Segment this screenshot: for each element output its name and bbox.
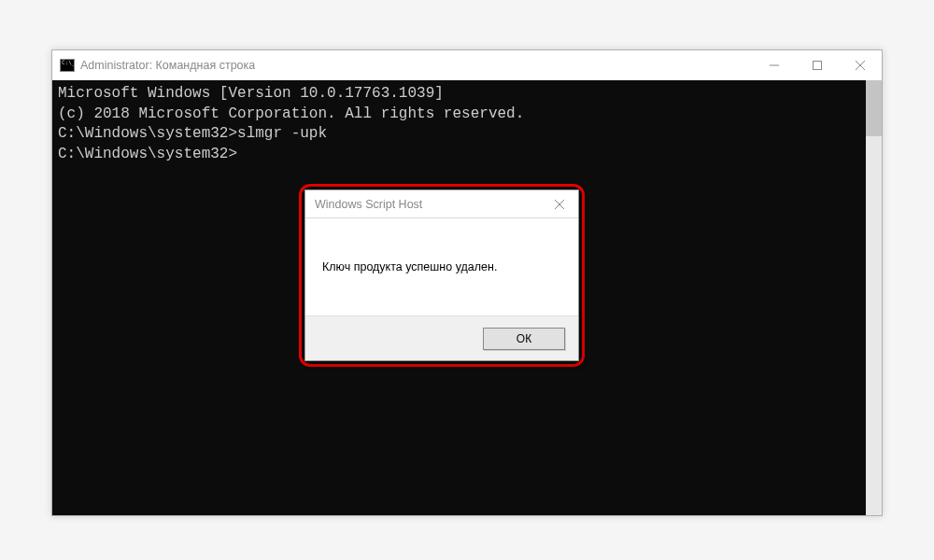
- window-controls: [753, 50, 882, 80]
- maximize-button[interactable]: [796, 50, 839, 80]
- titlebar[interactable]: Administrator: Командная строка: [52, 50, 882, 80]
- command: slmgr -upk: [237, 125, 327, 142]
- dialog-title: Windows Script Host: [315, 198, 541, 211]
- dialog-close-button[interactable]: [541, 190, 578, 217]
- scrollbar-thumb[interactable]: [866, 80, 882, 136]
- dialog-body: Ключ продукта успешно удален.: [305, 218, 578, 315]
- terminal-line: (c) 2018 Microsoft Corporation. All righ…: [58, 105, 860, 125]
- close-button[interactable]: [839, 50, 882, 80]
- dialog-titlebar[interactable]: Windows Script Host: [305, 190, 578, 218]
- prompt: C:\Windows\system32>: [58, 125, 237, 142]
- dialog-message: Ключ продукта успешно удален.: [322, 260, 497, 273]
- terminal-line: Microsoft Windows [Version 10.0.17763.10…: [58, 84, 860, 105]
- ok-button[interactable]: ОК: [483, 328, 565, 350]
- terminal-prompt-line: C:\Windows\system32>: [58, 145, 860, 165]
- cmd-icon: [60, 59, 75, 72]
- dialog-footer: ОК: [305, 315, 578, 360]
- window-title: Administrator: Командная строка: [80, 59, 753, 72]
- svg-rect-1: [814, 62, 822, 70]
- minimize-button[interactable]: [753, 50, 796, 80]
- script-host-dialog: Windows Script Host Ключ продукта успешн…: [304, 189, 579, 361]
- terminal-prompt-line: C:\Windows\system32>slmgr -upk: [58, 124, 860, 145]
- vertical-scrollbar[interactable]: [866, 80, 882, 515]
